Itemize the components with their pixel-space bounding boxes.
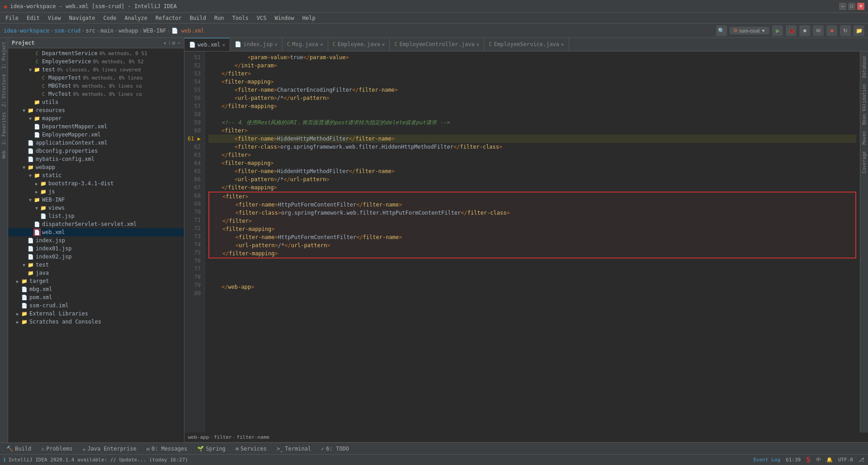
build-button[interactable]: ✉ — [813, 25, 824, 36]
tree-item-test2[interactable]: ▼ 📁 test — [8, 261, 184, 269]
menu-refactor[interactable]: Refactor — [152, 14, 185, 22]
menu-code[interactable]: Code — [100, 14, 120, 22]
debug-button[interactable]: 🐞 — [786, 25, 797, 36]
tree-item-webxml[interactable]: 📄 web.xml — [8, 228, 184, 236]
close-button[interactable]: ✕ — [857, 3, 864, 10]
tree-item-resources[interactable]: ▼ 📁 resources — [8, 106, 184, 114]
maximize-button[interactable]: □ — [848, 3, 855, 10]
tree-item-externallibs[interactable]: ▶ 📁 External Libraries — [8, 310, 184, 318]
tree-item-appcontext[interactable]: 📄 applicationContext.xml — [8, 139, 184, 147]
bottom-tab-spring[interactable]: 🌱 Spring — [193, 445, 230, 453]
project-tool-icon[interactable]: 1: Project — [0, 40, 7, 70]
menu-edit[interactable]: Edit — [23, 14, 43, 22]
tree-item-mvctest[interactable]: C MvcTest 0% methods, 0% lines co — [8, 90, 184, 98]
tree-item-bootstrap[interactable]: ▶ 📁 bootstrap-3.4.1-dist — [8, 179, 184, 188]
tree-item-test[interactable]: ▼ 📁 test 0% classes, 0% lines covered — [8, 66, 184, 74]
tree-item-views[interactable]: ▼ 📁 views — [8, 204, 184, 212]
tree-item-mybatisconfig[interactable]: 📄 mybatis-config.xml — [8, 155, 184, 163]
tree-item-mbgxml[interactable]: 📄 mbg.xml — [8, 285, 184, 293]
menu-navigate[interactable]: Navigate — [66, 14, 99, 22]
settings-icon[interactable]: ⚙ — [172, 40, 175, 46]
tree-item-js[interactable]: ▶ 📁 js — [8, 188, 184, 196]
tab-close-employeejava[interactable]: ✕ — [382, 42, 385, 47]
tree-item-mappertest[interactable]: C MapperTest 0% methods, 0% lines — [8, 74, 184, 82]
bottom-tab-todo[interactable]: ✓ 6: TODO — [316, 445, 354, 453]
tree-item-dispatcherservlet[interactable]: 📄 dispatcherServlet-servlet.xml — [8, 220, 184, 228]
code-line-63: </filter> — [208, 151, 856, 159]
tab-close-employeecontrollerjava[interactable]: ✕ — [476, 42, 480, 47]
folder-icon: 📁 — [33, 115, 41, 122]
tree-item-mapper[interactable]: ▼ 📁 mapper — [8, 114, 184, 122]
menu-analyze[interactable]: Analyze — [121, 14, 151, 22]
expand-arrow: ▶ — [14, 279, 21, 284]
tab-webxml[interactable]: 📄 web.xml ✕ — [184, 38, 230, 51]
open-folder-button[interactable]: 📁 — [854, 25, 864, 36]
tree-item-scratches[interactable]: ▶ 📁 Scratches and Consoles — [8, 318, 184, 326]
code-editor[interactable]: <param-value>true</param-value> </init-p… — [205, 52, 860, 432]
menu-vcs[interactable]: VCS — [253, 14, 270, 22]
bottom-tab-javaenterprise[interactable]: ☕ Java Enterprise — [78, 445, 141, 453]
app-window: ◆ idea-workspace - web.xml [ssm-crud] - … — [0, 0, 868, 465]
tree-item-webapp[interactable]: ▼ 📁 webapp — [8, 163, 184, 171]
search-everywhere-button[interactable]: 🔍 — [716, 25, 727, 36]
tab-employeejava[interactable]: C Employee.java ✕ — [328, 38, 390, 51]
tab-close-indexjsp[interactable]: ✕ — [274, 42, 278, 47]
structure-tool-icon[interactable]: Z: Structure — [0, 72, 7, 108]
run-button[interactable]: ▶ — [772, 25, 783, 36]
tree-item-listjsp[interactable]: 📄 list.jsp — [8, 212, 184, 220]
minimize-button[interactable]: – — [839, 3, 846, 10]
tab-indexjsp[interactable]: 📄 index.jsp ✕ — [230, 38, 283, 51]
run-config-dropdown[interactable]: ⚙ ssm-crud ▼ — [730, 27, 769, 34]
update-button[interactable]: ↻ — [840, 25, 851, 36]
tab-close-employeeservicejava[interactable]: ✕ — [561, 42, 564, 47]
coverage-panel-label[interactable]: Coverage — [861, 149, 868, 176]
menu-run[interactable]: Run — [211, 14, 228, 22]
favorites-tool-icon[interactable]: 2: Favorites — [0, 110, 7, 146]
bottom-tab-services[interactable]: ≡ Services — [231, 445, 271, 453]
bottom-tab-terminal[interactable]: >_ Terminal — [272, 445, 316, 453]
stop-button[interactable]: ■ — [826, 25, 837, 36]
menu-view[interactable]: View — [44, 14, 65, 22]
bottom-tab-problems[interactable]: ⚠ Problems — [37, 445, 77, 453]
tree-item-utils[interactable]: 📁 utils — [8, 98, 184, 106]
beanvalidation-panel-label[interactable]: Bean Validation — [861, 81, 868, 127]
tree-item-employeeservice[interactable]: C EmployeeService 0% methods, 0% 52 — [8, 57, 184, 66]
menu-help[interactable]: Help — [299, 14, 319, 22]
tab-msgjava[interactable]: C Msg.java ✕ — [283, 38, 328, 51]
database-panel-label[interactable]: Database — [861, 53, 868, 80]
collapse-icon[interactable]: ⁝ — [169, 40, 170, 46]
locate-icon[interactable]: ✦ — [163, 40, 166, 46]
menu-window[interactable]: Window — [271, 14, 297, 22]
project-panel-header: Project ✦ ⁝ ⚙ − — [8, 38, 184, 48]
tree-item-indexjsp[interactable]: 📄 index.jsp — [8, 236, 184, 244]
tree-item-index02jsp[interactable]: 📄 index02.jsp — [8, 253, 184, 261]
tree-item-pomxml[interactable]: 📄 pom.xml — [8, 293, 184, 301]
bottom-tab-build[interactable]: 🔨 Build — [2, 445, 36, 453]
tree-item-ssmcrudiml[interactable]: 📄 ssm-crud.iml — [8, 301, 184, 310]
coverage-button[interactable]: ■ — [799, 25, 810, 36]
tree-item-target[interactable]: ▶ 📁 target — [8, 277, 184, 285]
menu-file[interactable]: File — [2, 14, 22, 22]
tab-close-webxml[interactable]: ✕ — [222, 42, 226, 48]
hide-icon[interactable]: − — [177, 40, 180, 46]
tab-employeecontrollerjava[interactable]: C EmployeeController.java ✕ — [390, 38, 484, 51]
tree-item-java[interactable]: 📁 java — [8, 269, 184, 277]
project-panel: Project ✦ ⁝ ⚙ − C DepartmentService 0% m… — [8, 38, 184, 442]
menu-tools[interactable]: Tools — [229, 14, 252, 22]
tab-employeeservicejava[interactable]: C EmployeeService.java ✕ — [484, 38, 569, 51]
tree-item-dbconfig[interactable]: 📄 dbconfig.properties — [8, 147, 184, 155]
bottom-tab-messages[interactable]: ✉ 0: Messages — [142, 445, 192, 453]
menu-build[interactable]: Build — [186, 14, 210, 22]
tree-item-departmentmapper[interactable]: 📄 DepartmentMapper.xml — [8, 122, 184, 131]
tree-item-employeemapper[interactable]: 📄 EmployeeMapper.xml — [8, 131, 184, 139]
web-tool-icon[interactable]: Web — [0, 149, 7, 160]
tree-item-index01jsp[interactable]: 📄 index01.jsp — [8, 244, 184, 253]
tree-item-mbgtest[interactable]: C MBGTest 0% methods, 0% lines co — [8, 82, 184, 90]
tree-item-static[interactable]: ▼ 📁 static — [8, 171, 184, 179]
event-log-link[interactable]: Event Log — [754, 457, 781, 463]
tree-item-departmentservice[interactable]: C DepartmentService 0% methods, 0 51 — [8, 49, 184, 57]
tab-close-msgjava[interactable]: ✕ — [320, 42, 323, 47]
maven-panel-label[interactable]: Maven — [861, 128, 868, 147]
tree-item-webinf[interactable]: ▼ 📁 WEB-INF — [8, 196, 184, 204]
services-icon: ≡ — [236, 446, 239, 452]
